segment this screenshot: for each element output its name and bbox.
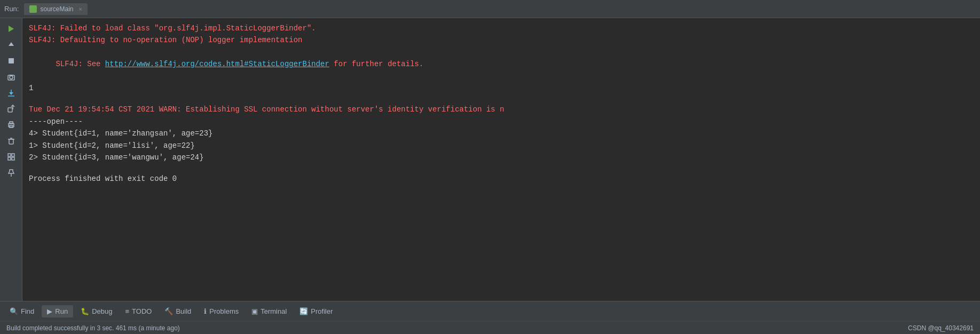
svg-rect-12 <box>10 122 13 124</box>
debug-button[interactable]: 🐛 Debug <box>75 305 117 317</box>
todo-icon: ≡ <box>125 307 129 315</box>
svg-rect-18 <box>12 154 14 156</box>
svg-rect-20 <box>12 157 14 160</box>
snapshot-button[interactable] <box>3 69 20 84</box>
svg-rect-9 <box>8 108 12 112</box>
build-button[interactable]: 🔨 Build <box>159 305 196 317</box>
tab-name: sourceMain <box>40 5 73 13</box>
console-line-5: Tue Dec 21 19:54:54 CST 2021 WARN: Estab… <box>29 104 974 115</box>
problems-button[interactable]: ℹ Problems <box>199 305 244 317</box>
run-label: Run: <box>4 5 19 13</box>
console-text-before: SLF4J: See <box>56 60 105 68</box>
console-output[interactable]: SLF4J: Failed to load class "org.slf4j.i… <box>22 18 980 301</box>
svg-rect-2 <box>9 58 14 63</box>
up-button[interactable] <box>3 37 20 52</box>
tab-file-icon <box>29 5 37 13</box>
bottom-toolbar: 🔍 Find ▶ Run 🐛 Debug ≡ TODO 🔨 Build ℹ Pr… <box>0 301 980 321</box>
grid-button[interactable] <box>3 149 20 164</box>
find-label: Find <box>21 307 34 315</box>
debug-label: Debug <box>92 307 112 315</box>
stop-button[interactable] <box>3 53 20 68</box>
console-line-8: 1> Student{id=2, name='lisi', age=22} <box>29 140 974 152</box>
todo-button[interactable]: ≡ TODO <box>120 305 157 317</box>
console-line-1: SLF4J: Failed to load class "org.slf4j.i… <box>29 22 974 34</box>
login-button[interactable] <box>3 101 20 116</box>
console-line-4: 1 <box>29 82 974 94</box>
terminal-button[interactable]: ▣ Terminal <box>246 305 292 317</box>
problems-label: Problems <box>209 307 239 315</box>
play-button[interactable] <box>3 21 20 36</box>
find-icon: 🔍 <box>10 307 18 315</box>
trash-button[interactable] <box>3 133 20 148</box>
profiler-icon: 🔄 <box>299 307 308 315</box>
print-button[interactable] <box>3 117 20 132</box>
console-line-9: 2> Student{id=3, name='wangwu', age=24} <box>29 152 974 163</box>
svg-rect-13 <box>10 125 13 128</box>
todo-label: TODO <box>132 307 152 315</box>
slf4j-link[interactable]: http://www.slf4j.org/codes.html#StaticLo… <box>105 60 329 68</box>
status-text: Build completed successfully in 3 sec. 4… <box>6 324 180 332</box>
status-bar: Build completed successfully in 3 sec. 4… <box>0 321 980 334</box>
download-button[interactable] <box>3 85 20 100</box>
console-line-2: SLF4J: Defaulting to no-operation (NOP) … <box>29 34 974 46</box>
problems-icon: ℹ <box>204 307 207 315</box>
svg-rect-14 <box>9 139 13 144</box>
svg-marker-1 <box>9 42 14 46</box>
main-area: SLF4J: Failed to load class "org.slf4j.i… <box>0 18 980 301</box>
find-button[interactable]: 🔍 Find <box>4 305 39 317</box>
run-icon: ▶ <box>47 307 52 315</box>
console-line-7: 4> Student{id=1, name='zhangsan', age=23… <box>29 128 974 139</box>
terminal-label: Terminal <box>260 307 287 315</box>
run-label: Run <box>55 307 68 315</box>
console-line-10: Process finished with exit code 0 <box>29 173 974 185</box>
profiler-button[interactable]: 🔄 Profiler <box>294 305 338 317</box>
tab-close-icon[interactable]: × <box>79 6 82 12</box>
build-icon: 🔨 <box>164 307 173 315</box>
pin-button[interactable] <box>3 165 20 180</box>
status-right-text: CSDN @qq_40342691 <box>908 324 974 332</box>
svg-marker-0 <box>9 26 14 32</box>
profiler-label: Profiler <box>311 307 333 315</box>
debug-icon: 🐛 <box>81 307 89 315</box>
svg-marker-7 <box>9 92 13 95</box>
run-button[interactable]: ▶ Run <box>42 305 73 317</box>
build-label: Build <box>176 307 191 315</box>
console-text-after: for further details. <box>329 60 423 68</box>
console-empty-1 <box>29 94 974 104</box>
terminal-icon: ▣ <box>251 307 258 315</box>
console-line-6: ----open---- <box>29 116 974 128</box>
svg-rect-19 <box>8 157 11 160</box>
console-line-3: SLF4J: See http://www.slf4j.org/codes.ht… <box>29 46 974 82</box>
source-main-tab[interactable]: sourceMain × <box>24 3 87 15</box>
svg-point-3 <box>10 76 13 79</box>
left-toolbar <box>0 18 22 301</box>
console-empty-2 <box>29 163 974 173</box>
svg-rect-17 <box>8 154 11 156</box>
tab-bar: Run: sourceMain × <box>0 0 980 18</box>
